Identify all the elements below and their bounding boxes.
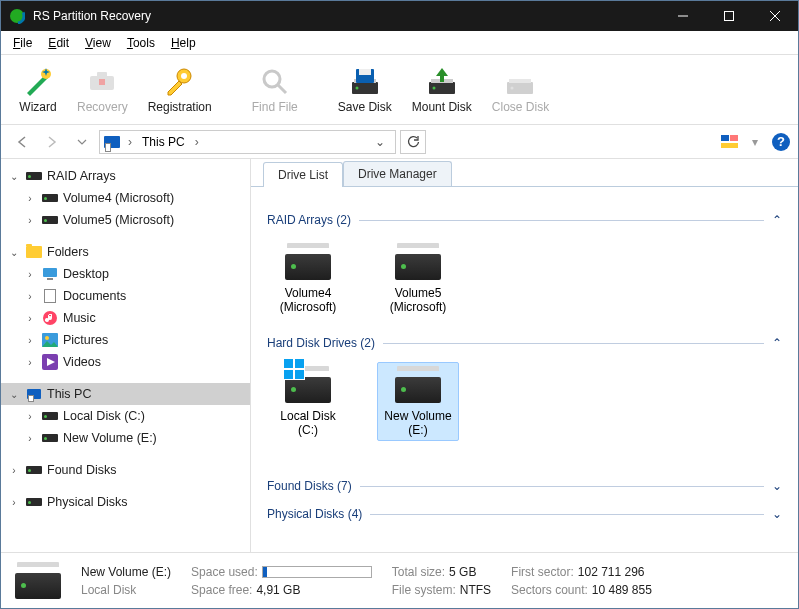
closedisk-icon — [504, 66, 536, 98]
section-found[interactable]: Found Disks (7)⌄ — [267, 479, 782, 493]
svg-point-11 — [355, 86, 358, 89]
section-hdd[interactable]: Hard Disk Drives (2)⌃ — [267, 336, 782, 350]
back-button[interactable] — [9, 130, 35, 154]
tab-drive-manager[interactable]: Drive Manager — [343, 161, 452, 186]
statusbar: New Volume (E:) Local Disk Space used: S… — [1, 552, 798, 608]
chevron-down-icon[interactable]: ⌄ — [772, 507, 782, 521]
tree-desktop[interactable]: ›Desktop — [1, 263, 250, 285]
main-panel: Drive List Drive Manager RAID Arrays (2)… — [251, 159, 798, 552]
help-button[interactable]: ? — [772, 133, 790, 151]
window-title: RS Partition Recovery — [33, 9, 660, 23]
breadcrumb-thispc[interactable]: This PC — [138, 135, 189, 149]
svg-point-8 — [181, 73, 187, 79]
search-icon — [259, 66, 291, 98]
view-mode-button[interactable] — [721, 135, 738, 148]
drive-icon — [15, 573, 61, 599]
savedisk-icon — [349, 66, 381, 98]
tab-drive-list[interactable]: Drive List — [263, 162, 343, 187]
drive-icon — [395, 254, 441, 280]
history-dropdown[interactable] — [69, 130, 95, 154]
drive-icon — [42, 412, 58, 420]
toolbar: Wizard Recovery Registration Find File S… — [1, 55, 798, 125]
chevron-up-icon[interactable]: ⌃ — [772, 336, 782, 350]
svg-point-9 — [264, 71, 280, 87]
mountdisk-icon — [426, 66, 458, 98]
mountdisk-button[interactable]: Mount Disk — [402, 59, 482, 121]
forward-button[interactable] — [39, 130, 65, 154]
raid-icon — [26, 172, 42, 180]
wizard-icon — [22, 66, 54, 98]
tree-documents[interactable]: ›Documents — [1, 285, 250, 307]
pictures-icon — [41, 332, 59, 348]
menu-view[interactable]: View — [77, 33, 119, 53]
tree-videos[interactable]: ›Videos — [1, 351, 250, 373]
space-used-bar — [262, 566, 372, 578]
svg-rect-20 — [509, 79, 531, 83]
tree-found-disks[interactable]: ›Found Disks — [1, 459, 250, 481]
drive-local-c[interactable]: Local Disk (C:) — [267, 362, 349, 441]
folder-icon — [26, 246, 42, 258]
sidebar: ⌄RAID Arrays ›Volume4 (Microsoft) ›Volum… — [1, 159, 251, 552]
drive-new-volume-e[interactable]: New Volume (E:) — [377, 362, 459, 441]
registration-icon — [164, 66, 196, 98]
svg-rect-30 — [295, 370, 304, 379]
svg-rect-6 — [99, 79, 105, 85]
chevron-down-icon[interactable]: ⌄ — [772, 479, 782, 493]
tree-music[interactable]: ›Music — [1, 307, 250, 329]
tree-this-pc[interactable]: ⌄This PC — [1, 383, 250, 405]
findfile-button: Find File — [242, 59, 308, 121]
section-raid[interactable]: RAID Arrays (2)⌃ — [267, 213, 782, 227]
tree-volume5[interactable]: ›Volume5 (Microsoft) — [1, 209, 250, 231]
windows-icon — [283, 358, 305, 380]
drive-icon — [26, 498, 42, 506]
close-button[interactable] — [752, 1, 798, 31]
drive-icon — [285, 254, 331, 280]
tabs: Drive List Drive Manager — [251, 159, 798, 187]
svg-rect-29 — [284, 370, 293, 379]
tree-physical-disks[interactable]: ›Physical Disks — [1, 491, 250, 513]
location-bar[interactable]: › This PC › ⌄ — [99, 130, 396, 154]
svg-rect-14 — [359, 69, 371, 75]
refresh-button[interactable] — [400, 130, 426, 154]
menu-file[interactable]: File — [5, 33, 40, 53]
drive-icon — [42, 194, 58, 202]
menu-edit[interactable]: Edit — [40, 33, 77, 53]
wizard-button[interactable]: Wizard — [9, 59, 67, 121]
drive-icon — [26, 466, 42, 474]
app-icon — [9, 8, 25, 24]
menu-help[interactable]: Help — [163, 33, 204, 53]
minimize-button[interactable] — [660, 1, 706, 31]
svg-point-25 — [45, 336, 49, 340]
tree-new-volume-e[interactable]: ›New Volume (E:) — [1, 427, 250, 449]
svg-rect-22 — [47, 278, 53, 280]
tree-folders[interactable]: ⌄Folders — [1, 241, 250, 263]
tree-local-disk-c[interactable]: ›Local Disk (C:) — [1, 405, 250, 427]
status-name: New Volume (E:) — [81, 565, 171, 579]
svg-rect-28 — [295, 359, 304, 368]
drive-volume5[interactable]: Volume5 (Microsoft) — [377, 239, 459, 318]
view-dropdown[interactable]: ▾ — [742, 130, 768, 154]
drive-icon — [395, 377, 441, 403]
desktop-icon — [41, 266, 59, 282]
menubar: File Edit View Tools Help — [1, 31, 798, 55]
pc-icon — [27, 389, 41, 399]
section-physical[interactable]: Physical Disks (4)⌄ — [267, 507, 782, 521]
registration-button[interactable]: Registration — [138, 59, 222, 121]
svg-rect-21 — [43, 268, 57, 277]
location-dropdown[interactable]: ⌄ — [369, 135, 391, 149]
maximize-button[interactable] — [706, 1, 752, 31]
closedisk-button: Close Disk — [482, 59, 559, 121]
tree-pictures[interactable]: ›Pictures — [1, 329, 250, 351]
recovery-icon — [86, 66, 118, 98]
svg-point-16 — [432, 86, 435, 89]
status-type: Local Disk — [81, 583, 171, 597]
recovery-button: Recovery — [67, 59, 138, 121]
drive-volume4[interactable]: Volume4 (Microsoft) — [267, 239, 349, 318]
tree-raid-arrays[interactable]: ⌄RAID Arrays — [1, 165, 250, 187]
drive-icon — [285, 377, 331, 403]
tree-volume4[interactable]: ›Volume4 (Microsoft) — [1, 187, 250, 209]
menu-tools[interactable]: Tools — [119, 33, 163, 53]
savedisk-button[interactable]: Save Disk — [328, 59, 402, 121]
chevron-up-icon[interactable]: ⌃ — [772, 213, 782, 227]
svg-rect-27 — [284, 359, 293, 368]
